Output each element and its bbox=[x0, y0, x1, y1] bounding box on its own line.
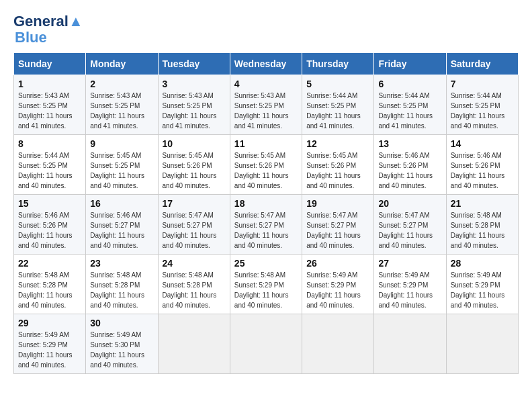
col-header-wednesday: Wednesday bbox=[230, 53, 302, 75]
calendar-cell: 22 Sunrise: 5:48 AM Sunset: 5:28 PM Dayl… bbox=[14, 255, 86, 314]
logo: General▲ Blue bbox=[13, 13, 83, 46]
day-info: Sunrise: 5:48 AM Sunset: 5:28 PM Dayligh… bbox=[163, 271, 217, 309]
day-info: Sunrise: 5:48 AM Sunset: 5:28 PM Dayligh… bbox=[451, 212, 505, 249]
day-number: 20 bbox=[378, 198, 441, 209]
day-number: 16 bbox=[90, 198, 153, 209]
day-number: 29 bbox=[18, 318, 81, 328]
day-number: 21 bbox=[451, 198, 514, 209]
day-info: Sunrise: 5:43 AM Sunset: 5:25 PM Dayligh… bbox=[163, 92, 217, 130]
col-header-monday: Monday bbox=[86, 53, 158, 75]
day-number: 1 bbox=[18, 79, 81, 89]
calendar-cell: 2 Sunrise: 5:43 AM Sunset: 5:25 PM Dayli… bbox=[86, 75, 158, 135]
day-number: 25 bbox=[234, 258, 298, 269]
calendar-cell: 19 Sunrise: 5:47 AM Sunset: 5:27 PM Dayl… bbox=[302, 195, 374, 255]
day-number: 5 bbox=[306, 79, 369, 89]
day-info: Sunrise: 5:45 AM Sunset: 5:25 PM Dayligh… bbox=[90, 152, 144, 189]
calendar-cell: 13 Sunrise: 5:46 AM Sunset: 5:26 PM Dayl… bbox=[374, 135, 446, 195]
day-info: Sunrise: 5:47 AM Sunset: 5:27 PM Dayligh… bbox=[163, 212, 217, 249]
col-header-friday: Friday bbox=[374, 53, 446, 75]
calendar-cell: 29 Sunrise: 5:49 AM Sunset: 5:29 PM Dayl… bbox=[14, 314, 86, 374]
calendar-cell: 1 Sunrise: 5:43 AM Sunset: 5:25 PM Dayli… bbox=[14, 75, 86, 135]
day-number: 11 bbox=[234, 138, 298, 149]
calendar-cell: 4 Sunrise: 5:43 AM Sunset: 5:25 PM Dayli… bbox=[230, 75, 302, 135]
calendar-cell: 6 Sunrise: 5:44 AM Sunset: 5:25 PM Dayli… bbox=[374, 75, 446, 135]
calendar-cell bbox=[158, 314, 230, 374]
col-header-thursday: Thursday bbox=[302, 53, 374, 75]
day-info: Sunrise: 5:45 AM Sunset: 5:26 PM Dayligh… bbox=[163, 152, 217, 189]
calendar-cell: 21 Sunrise: 5:48 AM Sunset: 5:28 PM Dayl… bbox=[446, 195, 518, 255]
day-info: Sunrise: 5:45 AM Sunset: 5:26 PM Dayligh… bbox=[306, 152, 361, 189]
day-info: Sunrise: 5:49 AM Sunset: 5:29 PM Dayligh… bbox=[306, 271, 361, 309]
calendar-cell: 14 Sunrise: 5:46 AM Sunset: 5:26 PM Dayl… bbox=[446, 135, 518, 195]
day-info: Sunrise: 5:46 AM Sunset: 5:26 PM Dayligh… bbox=[18, 212, 73, 249]
day-number: 23 bbox=[90, 258, 153, 269]
calendar-cell: 5 Sunrise: 5:44 AM Sunset: 5:25 PM Dayli… bbox=[302, 75, 374, 135]
day-info: Sunrise: 5:49 AM Sunset: 5:29 PM Dayligh… bbox=[378, 271, 433, 309]
day-number: 14 bbox=[451, 138, 514, 149]
logo-subtext: Blue bbox=[15, 30, 83, 46]
day-number: 27 bbox=[378, 258, 441, 269]
day-number: 10 bbox=[163, 138, 226, 149]
day-number: 24 bbox=[163, 258, 226, 269]
day-info: Sunrise: 5:49 AM Sunset: 5:30 PM Dayligh… bbox=[90, 331, 144, 369]
calendar-cell bbox=[230, 314, 302, 374]
day-info: Sunrise: 5:47 AM Sunset: 5:27 PM Dayligh… bbox=[234, 212, 289, 249]
day-number: 26 bbox=[306, 258, 369, 269]
col-header-sunday: Sunday bbox=[14, 53, 86, 75]
day-number: 12 bbox=[306, 138, 369, 149]
calendar-cell: 24 Sunrise: 5:48 AM Sunset: 5:28 PM Dayl… bbox=[158, 255, 230, 314]
day-info: Sunrise: 5:48 AM Sunset: 5:28 PM Dayligh… bbox=[18, 271, 73, 309]
day-number: 19 bbox=[306, 198, 369, 209]
day-number: 7 bbox=[451, 79, 514, 89]
day-number: 18 bbox=[234, 198, 298, 209]
calendar-cell bbox=[446, 314, 518, 374]
calendar-cell: 9 Sunrise: 5:45 AM Sunset: 5:25 PM Dayli… bbox=[86, 135, 158, 195]
calendar-cell: 20 Sunrise: 5:47 AM Sunset: 5:27 PM Dayl… bbox=[374, 195, 446, 255]
calendar-cell: 11 Sunrise: 5:45 AM Sunset: 5:26 PM Dayl… bbox=[230, 135, 302, 195]
day-number: 9 bbox=[90, 138, 153, 149]
day-number: 30 bbox=[90, 318, 153, 328]
calendar-cell bbox=[302, 314, 374, 374]
calendar-cell: 26 Sunrise: 5:49 AM Sunset: 5:29 PM Dayl… bbox=[302, 255, 374, 314]
day-info: Sunrise: 5:47 AM Sunset: 5:27 PM Dayligh… bbox=[378, 212, 433, 249]
day-number: 17 bbox=[163, 198, 226, 209]
calendar-cell: 27 Sunrise: 5:49 AM Sunset: 5:29 PM Dayl… bbox=[374, 255, 446, 314]
day-info: Sunrise: 5:44 AM Sunset: 5:25 PM Dayligh… bbox=[306, 92, 361, 130]
day-info: Sunrise: 5:48 AM Sunset: 5:28 PM Dayligh… bbox=[90, 271, 144, 309]
calendar-cell: 8 Sunrise: 5:44 AM Sunset: 5:25 PM Dayli… bbox=[14, 135, 86, 195]
calendar-cell: 23 Sunrise: 5:48 AM Sunset: 5:28 PM Dayl… bbox=[86, 255, 158, 314]
col-header-tuesday: Tuesday bbox=[158, 53, 230, 75]
day-info: Sunrise: 5:46 AM Sunset: 5:26 PM Dayligh… bbox=[451, 152, 505, 189]
day-info: Sunrise: 5:49 AM Sunset: 5:29 PM Dayligh… bbox=[451, 271, 505, 309]
logo-text: General▲ bbox=[13, 13, 83, 30]
calendar-cell: 25 Sunrise: 5:48 AM Sunset: 5:29 PM Dayl… bbox=[230, 255, 302, 314]
day-info: Sunrise: 5:47 AM Sunset: 5:27 PM Dayligh… bbox=[306, 212, 361, 249]
day-info: Sunrise: 5:44 AM Sunset: 5:25 PM Dayligh… bbox=[451, 92, 505, 130]
calendar-cell: 3 Sunrise: 5:43 AM Sunset: 5:25 PM Dayli… bbox=[158, 75, 230, 135]
calendar-cell: 30 Sunrise: 5:49 AM Sunset: 5:30 PM Dayl… bbox=[86, 314, 158, 374]
calendar-table: SundayMondayTuesdayWednesdayThursdayFrid… bbox=[13, 52, 519, 374]
day-info: Sunrise: 5:43 AM Sunset: 5:25 PM Dayligh… bbox=[90, 92, 144, 130]
calendar-cell: 28 Sunrise: 5:49 AM Sunset: 5:29 PM Dayl… bbox=[446, 255, 518, 314]
calendar-cell: 15 Sunrise: 5:46 AM Sunset: 5:26 PM Dayl… bbox=[14, 195, 86, 255]
day-number: 22 bbox=[18, 258, 81, 269]
day-info: Sunrise: 5:44 AM Sunset: 5:25 PM Dayligh… bbox=[378, 92, 433, 130]
day-info: Sunrise: 5:44 AM Sunset: 5:25 PM Dayligh… bbox=[18, 152, 73, 189]
day-number: 8 bbox=[18, 138, 81, 149]
page-header: General▲ Blue bbox=[13, 13, 519, 46]
day-info: Sunrise: 5:48 AM Sunset: 5:29 PM Dayligh… bbox=[234, 271, 289, 309]
calendar-cell: 17 Sunrise: 5:47 AM Sunset: 5:27 PM Dayl… bbox=[158, 195, 230, 255]
day-number: 3 bbox=[163, 79, 226, 89]
day-number: 28 bbox=[451, 258, 514, 269]
day-number: 15 bbox=[18, 198, 81, 209]
day-number: 6 bbox=[378, 79, 441, 89]
calendar-cell: 18 Sunrise: 5:47 AM Sunset: 5:27 PM Dayl… bbox=[230, 195, 302, 255]
day-number: 4 bbox=[234, 79, 298, 89]
day-info: Sunrise: 5:46 AM Sunset: 5:27 PM Dayligh… bbox=[90, 212, 144, 249]
day-info: Sunrise: 5:43 AM Sunset: 5:25 PM Dayligh… bbox=[234, 92, 289, 130]
day-info: Sunrise: 5:46 AM Sunset: 5:26 PM Dayligh… bbox=[378, 152, 433, 189]
calendar-cell: 12 Sunrise: 5:45 AM Sunset: 5:26 PM Dayl… bbox=[302, 135, 374, 195]
calendar-cell bbox=[374, 314, 446, 374]
calendar-cell: 10 Sunrise: 5:45 AM Sunset: 5:26 PM Dayl… bbox=[158, 135, 230, 195]
day-info: Sunrise: 5:43 AM Sunset: 5:25 PM Dayligh… bbox=[18, 92, 73, 130]
